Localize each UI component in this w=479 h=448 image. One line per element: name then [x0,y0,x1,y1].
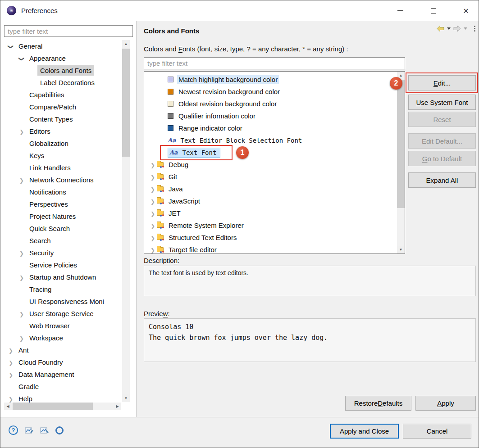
forward-arrow-icon[interactable] [453,25,461,32]
back-arrow-icon[interactable] [437,25,444,32]
chevron-collapsed-icon[interactable] [6,358,16,367]
forward-history-dropdown-icon[interactable] [464,27,467,30]
chevron-collapsed-icon[interactable] [6,346,16,354]
list-item-range-indicator[interactable]: Range indicator color [144,122,397,134]
tree-item-web-browser[interactable]: Web Browser [0,320,121,332]
tree-item-keys[interactable]: Keys [0,149,121,162]
tree-item-general[interactable]: General [0,40,121,52]
list-item-newest-revision[interactable]: Newest revision background color [144,86,397,98]
tree-item-content-types[interactable]: Content Types [0,113,121,125]
preference-recorder-icon[interactable] [55,426,64,434]
scrollbar-thumb[interactable] [13,403,93,410]
expand-all-button[interactable]: Expand All [408,172,476,188]
tree-item-label-decorations[interactable]: Label Decorations [0,77,121,89]
tree-item-quick-search[interactable]: Quick Search [0,222,121,235]
tree-item-appearance[interactable]: Appearance [0,52,121,64]
tree-item-startup-and-shutdown[interactable]: Startup and Shutdown [0,271,121,283]
tree-item-globalization[interactable]: Globalization [0,137,121,149]
chevron-collapsed-icon[interactable] [149,185,157,193]
view-menu-icon[interactable] [474,26,475,32]
scroll-left-icon[interactable] [4,403,12,410]
chevron-collapsed-icon[interactable] [149,234,157,241]
minimize-button[interactable] [393,4,407,18]
tree-item-notifications[interactable]: Notifications [0,186,121,198]
tree-item-help[interactable]: Help [0,393,121,403]
tree-item-perspectives[interactable]: Perspectives [0,198,121,210]
tree-item-ant[interactable]: Ant [0,344,121,356]
tree-horizontal-scrollbar[interactable] [4,403,121,410]
tree-item-service-policies[interactable]: Service Policies [0,259,121,271]
tree-item-user-storage-service[interactable]: User Storage Service [0,308,121,320]
edit-button[interactable]: Edit... [408,75,476,91]
chevron-expanded-icon[interactable] [6,42,16,50]
import-preferences-icon[interactable] [40,427,49,434]
list-item-jet[interactable]: JET [144,207,397,219]
list-item-target-file-editor[interactable]: Target file editor [144,244,397,254]
chevron-collapsed-icon[interactable] [6,371,16,379]
apply-button[interactable]: Apply [415,396,476,411]
list-item-debug[interactable]: Debug [144,158,397,171]
list-item-git[interactable]: Git [144,171,397,183]
tree-filter-input[interactable] [4,25,133,37]
list-item-oldest-revision[interactable]: Oldest revision background color [144,98,397,110]
tree-item-search[interactable]: Search [0,235,121,247]
use-system-font-button[interactable]: Use System Font [408,95,476,110]
tree-item-workspace[interactable]: Workspace [0,332,121,344]
close-button[interactable] [459,4,473,18]
chevron-collapsed-icon[interactable] [149,173,157,181]
list-item-remote-system-explorer[interactable]: Remote System Explorer [144,219,397,231]
scroll-down-icon[interactable] [122,394,130,402]
tree-item-security[interactable]: Security [0,247,121,259]
tree-vertical-scrollbar[interactable] [122,40,130,402]
list-item-qualifier-information[interactable]: Qualifier information color [144,110,397,122]
scroll-up-icon[interactable] [122,40,130,48]
cancel-button[interactable]: Cancel [403,424,471,439]
tree-item-link-handlers[interactable]: Link Handlers [0,162,121,174]
tree-item-gradle[interactable]: Gradle [0,380,121,393]
chevron-collapsed-icon[interactable] [17,334,27,342]
list-vertical-scrollbar[interactable] [397,72,405,253]
tree-item-capabilities[interactable]: Capabilities [0,89,121,101]
chevron-collapsed-icon[interactable] [149,197,157,205]
list-item-match-highlight[interactable]: Match highlight background color [144,73,397,86]
help-icon[interactable] [9,425,18,435]
tree-item-ui-responsiveness[interactable]: UI Responsiveness Moni [0,295,121,308]
tree-item-editors[interactable]: Editors [0,125,121,137]
list-item-block-selection-font[interactable]: AaText Editor Block Selection Font [144,134,397,146]
chevron-collapsed-icon[interactable] [149,222,157,229]
chevron-collapsed-icon[interactable] [17,310,27,318]
chevron-collapsed-icon[interactable] [17,176,27,184]
chevron-collapsed-icon[interactable] [17,273,27,281]
list-item-structured-text-editors[interactable]: Structured Text Editors [144,231,397,244]
back-history-dropdown-icon[interactable] [447,27,451,30]
tree-item-compare-patch[interactable]: Compare/Patch [0,101,121,113]
scroll-right-icon[interactable] [114,403,121,410]
tree-item-project-natures[interactable]: Project Natures [0,210,121,222]
edit-default-button[interactable]: Edit Default... [408,133,476,149]
chevron-collapsed-icon[interactable] [6,395,16,403]
restore-defaults-button[interactable]: Restore Defaults [345,396,411,411]
tree-item-network-connections[interactable]: Network Connections [0,174,121,186]
reset-button[interactable]: Reset [408,112,476,127]
chevron-expanded-icon[interactable] [17,54,27,63]
tree-item-data-management[interactable]: Data Management [0,368,121,380]
maximize-button[interactable] [426,4,441,18]
scroll-down-icon[interactable] [397,246,405,253]
list-item-javascript[interactable]: JavaScript [144,195,397,207]
tree-item-cloud-foundry[interactable]: Cloud Foundry [0,356,121,368]
chevron-collapsed-icon[interactable] [149,161,157,168]
chevron-collapsed-icon[interactable] [149,209,157,217]
chevron-collapsed-icon[interactable] [17,127,27,136]
apply-and-close-button[interactable]: Apply and Close [330,424,399,439]
chevron-collapsed-icon[interactable] [17,249,27,257]
scrollbar-thumb[interactable] [122,49,130,157]
list-item-java[interactable]: Java [144,183,397,195]
fonts-filter-input[interactable] [144,57,405,69]
tree-item-tracing[interactable]: Tracing [0,283,121,295]
go-to-default-button[interactable]: Go to Default [408,151,476,166]
export-preferences-icon[interactable] [25,427,33,434]
chevron-collapsed-icon[interactable] [149,246,157,253]
tree-item-colors-and-fonts[interactable]: Colors and Fonts [0,64,121,77]
scrollbar-thumb[interactable] [397,80,405,208]
list-item-text-font[interactable]: AaText Font [144,146,397,158]
